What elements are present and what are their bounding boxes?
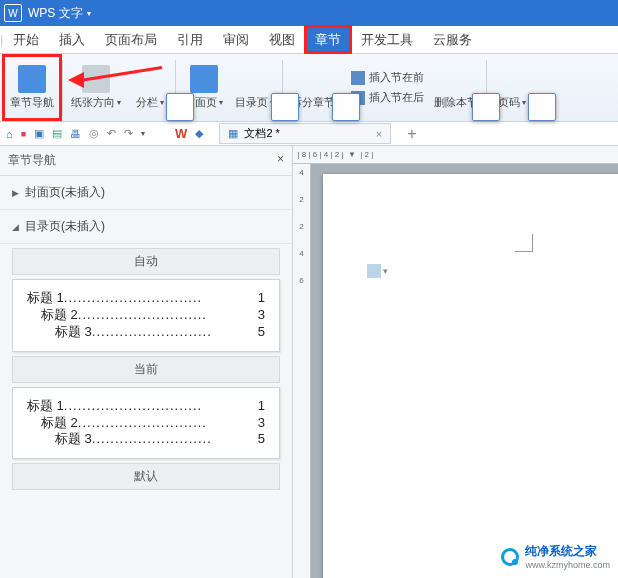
triangle-right-icon: ▶ <box>12 188 19 198</box>
toc-preview-current[interactable]: 标题 1..............................1 标题 2… <box>12 387 280 460</box>
toc-preview-auto[interactable]: 标题 1..............................1 标题 2… <box>12 279 280 352</box>
nav-toc-item[interactable]: ◢ 目录页(未插入) <box>0 210 292 244</box>
close-panel-icon[interactable]: × <box>277 152 284 169</box>
tab-cloud[interactable]: 云服务 <box>423 26 482 53</box>
chapter-nav-icon <box>18 65 46 93</box>
tab-insert[interactable]: 插入 <box>49 26 95 53</box>
nav-cover-item[interactable]: ▶ 封面页(未插入) <box>0 176 292 210</box>
delete-section-icon <box>472 93 500 121</box>
toc-row-page: 1 <box>258 290 265 307</box>
nav-toc-label: 目录页(未插入) <box>25 218 105 235</box>
app-title: WPS 文字 <box>28 5 83 22</box>
watermark: 纯净系统之家 www.kzmyhome.com <box>501 543 610 570</box>
document-canvas: | 8 | 6 | 4 | 2 | ▼ | 2 | 4 2 2 4 6 ▾ <box>293 146 618 578</box>
nav-current-header: 当前 <box>12 356 280 383</box>
chevron-down-icon: ▾ <box>522 98 526 107</box>
tab-review[interactable]: 审阅 <box>213 26 259 53</box>
page-margin-corner <box>515 234 533 252</box>
nav-cover-label: 封面页(未插入) <box>25 184 105 201</box>
wps-app-icon[interactable]: W <box>175 126 187 141</box>
insert-after-label: 插入节在后 <box>369 90 424 105</box>
qat-open-icon[interactable]: ▣ <box>34 127 44 140</box>
columns-button[interactable]: 分栏▾ <box>127 56 173 119</box>
quick-access-toolbar: ⌂ ■ ▣ ▤ 🖶 ◎ ↶ ↷ ▾ W ◆ ▦ 文档2 * × + <box>0 122 618 146</box>
toc-dots: .......................... <box>92 431 258 448</box>
app-dropdown-icon[interactable]: ▾ <box>87 9 91 18</box>
split-icon <box>332 93 360 121</box>
watermark-logo-icon <box>501 548 519 566</box>
toc-dots: .......................... <box>92 324 258 341</box>
document-tab[interactable]: ▦ 文档2 * × <box>219 123 391 144</box>
chapter-nav-panel: 章节导航 × ▶ 封面页(未插入) ◢ 目录页(未插入) 自动 标题 1....… <box>0 146 293 578</box>
toc-label: 目录页 <box>235 95 268 110</box>
title-bar: W WPS 文字 ▾ <box>0 0 618 26</box>
toc-dots: .............................. <box>64 398 258 415</box>
toc-row-title: 标题 3 <box>55 431 92 448</box>
qat-export-icon[interactable]: ▤ <box>52 127 62 140</box>
tab-layout[interactable]: 页面布局 <box>95 26 167 53</box>
toc-dots: .............................. <box>64 290 258 307</box>
chevron-down-icon: ▾ <box>383 266 388 276</box>
toc-row-title: 标题 1 <box>27 398 64 415</box>
tab-view[interactable]: 视图 <box>259 26 305 53</box>
columns-icon <box>166 93 194 121</box>
qat-more-icon[interactable]: ▾ <box>141 129 145 138</box>
paste-options-icon[interactable] <box>367 264 381 278</box>
chevron-down-icon: ▾ <box>160 98 164 107</box>
toc-row-page: 3 <box>258 415 265 432</box>
tab-ref[interactable]: 引用 <box>167 26 213 53</box>
qat-preview-icon[interactable]: ◎ <box>89 127 99 140</box>
tab-dev[interactable]: 开发工具 <box>351 26 423 53</box>
tab-chapter[interactable]: 章节 <box>305 26 351 53</box>
horizontal-ruler[interactable]: | 8 | 6 | 4 | 2 | ▼ | 2 | <box>293 146 618 164</box>
nav-panel-title: 章节导航 <box>8 152 56 169</box>
toc-dots: ............................ <box>78 415 258 432</box>
watermark-brand: 纯净系统之家 <box>525 544 597 558</box>
insert-before-label: 插入节在前 <box>369 70 424 85</box>
paper-direction-button[interactable]: 纸张方向▾ <box>65 56 127 119</box>
insert-before-button[interactable]: 插入节在前 <box>351 69 424 87</box>
paper-direction-icon <box>82 65 110 93</box>
page-number-icon <box>528 93 556 121</box>
new-tab-icon[interactable]: + <box>407 125 416 143</box>
document-page[interactable]: ▾ <box>323 174 618 578</box>
nav-default-header: 默认 <box>12 463 280 490</box>
toc-row-page: 1 <box>258 398 265 415</box>
ribbon: 章节导航 纸张方向▾ 分栏▾ 封面页▾ 目录页▾ 拆分章节▾ 插入节在前 插入节… <box>0 54 618 122</box>
vertical-ruler[interactable]: 4 2 2 4 6 <box>293 164 311 578</box>
delete-section-button[interactable]: 删除本节 <box>428 56 484 119</box>
tab-start[interactable]: 开始 <box>3 26 49 53</box>
close-tab-icon[interactable]: × <box>376 128 382 140</box>
qat-undo-icon[interactable]: ↶ <box>107 127 116 140</box>
main-area: 章节导航 × ▶ 封面页(未插入) ◢ 目录页(未插入) 自动 标题 1....… <box>0 146 618 578</box>
toc-row-page: 5 <box>258 431 265 448</box>
qat-save-icon[interactable]: ■ <box>21 129 26 139</box>
toc-row-title: 标题 1 <box>27 290 64 307</box>
chapter-nav-label: 章节导航 <box>10 95 54 110</box>
nav-panel-header: 章节导航 × <box>0 146 292 176</box>
document-tab-label: 文档2 * <box>244 126 279 141</box>
triangle-down-icon: ◢ <box>12 222 19 232</box>
toc-button[interactable]: 目录页▾ <box>229 56 280 119</box>
insert-before-icon <box>351 71 365 85</box>
columns-label: 分栏 <box>136 95 158 110</box>
chevron-down-icon: ▾ <box>117 98 121 107</box>
qat-home-icon[interactable]: ⌂ <box>6 128 13 140</box>
watermark-url: www.kzmyhome.com <box>525 560 610 570</box>
toc-row-title: 标题 2 <box>41 415 78 432</box>
qat-redo-icon[interactable]: ↷ <box>124 127 133 140</box>
paper-direction-label: 纸张方向 <box>71 95 115 110</box>
cloud-icon[interactable]: ◆ <box>195 127 203 140</box>
cover-icon <box>190 65 218 93</box>
nav-auto-header: 自动 <box>12 248 280 275</box>
chapter-nav-button[interactable]: 章节导航 <box>4 56 60 119</box>
doc-icon: ▦ <box>228 127 238 140</box>
nav-section-auto: 自动 标题 1..............................1 标… <box>12 248 280 490</box>
wps-logo-icon: W <box>4 4 22 22</box>
insert-after-button[interactable]: 插入节在后 <box>351 89 424 107</box>
toc-row-page: 5 <box>258 324 265 341</box>
chevron-down-icon: ▾ <box>219 98 223 107</box>
page-number-label: 页码 <box>498 95 520 110</box>
qat-print-icon[interactable]: 🖶 <box>70 128 81 140</box>
toc-row-title: 标题 3 <box>55 324 92 341</box>
